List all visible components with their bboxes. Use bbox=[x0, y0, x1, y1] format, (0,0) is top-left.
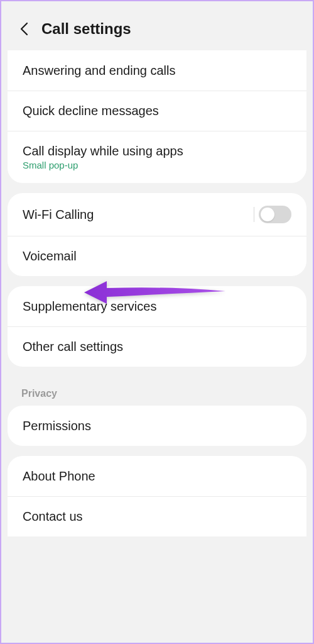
settings-group-3: Supplementary services Other call settin… bbox=[8, 286, 306, 367]
row-label: Call display while using apps bbox=[23, 144, 183, 158]
row-quick-decline[interactable]: Quick decline messages bbox=[8, 91, 306, 131]
row-label: Contact us bbox=[23, 509, 83, 524]
header: Call settings bbox=[1, 1, 313, 50]
row-label: Permissions bbox=[23, 419, 91, 433]
row-about-phone[interactable]: About Phone bbox=[8, 456, 306, 496]
row-supplementary[interactable]: Supplementary services bbox=[8, 286, 306, 326]
row-answering-ending[interactable]: Answering and ending calls bbox=[8, 50, 306, 91]
row-permissions[interactable]: Permissions bbox=[8, 406, 306, 446]
row-contact-us[interactable]: Contact us bbox=[8, 496, 306, 536]
row-label: About Phone bbox=[23, 469, 95, 484]
section-privacy-header: Privacy bbox=[1, 377, 313, 406]
settings-group-5: About Phone Contact us bbox=[8, 456, 306, 536]
row-call-display[interactable]: Call display while using apps Small pop-… bbox=[8, 131, 306, 183]
row-label: Other call settings bbox=[23, 340, 123, 354]
row-wifi-calling[interactable]: Wi-Fi Calling bbox=[8, 193, 306, 236]
settings-group-2: Wi-Fi Calling Voicemail bbox=[8, 193, 306, 276]
wifi-calling-toggle[interactable] bbox=[259, 206, 291, 223]
row-label: Wi-Fi Calling bbox=[23, 208, 94, 222]
page-title: Call settings bbox=[41, 20, 131, 38]
row-label: Supplementary services bbox=[23, 299, 156, 314]
row-label: Answering and ending calls bbox=[23, 64, 176, 78]
settings-group-1: Answering and ending calls Quick decline… bbox=[8, 50, 306, 183]
row-sublabel: Small pop-up bbox=[23, 160, 183, 170]
row-voicemail[interactable]: Voicemail bbox=[8, 236, 306, 276]
toggle-knob bbox=[261, 208, 274, 221]
row-label: Voicemail bbox=[23, 249, 77, 264]
settings-group-4: Permissions bbox=[8, 406, 306, 446]
row-label: Quick decline messages bbox=[23, 104, 159, 118]
back-icon[interactable] bbox=[16, 21, 31, 36]
row-other-call[interactable]: Other call settings bbox=[8, 326, 306, 367]
